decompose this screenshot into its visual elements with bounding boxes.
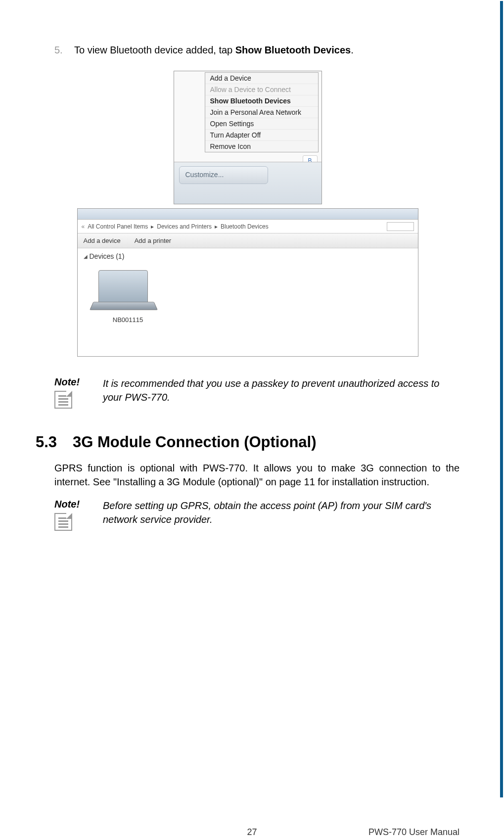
note-passkey: Note! It is recommended that you use a p…	[54, 376, 459, 409]
menu-add-device[interactable]: Add a Device	[205, 73, 318, 84]
section-number: 5.3	[36, 433, 73, 451]
note-icon	[54, 391, 72, 409]
add-device-button[interactable]: Add a device	[84, 237, 121, 244]
device-item[interactable]: NB001115	[98, 270, 158, 324]
menu-allow-device: Allow a Device to Connect	[205, 84, 318, 95]
menu-join-pan[interactable]: Join a Personal Area Network	[205, 106, 318, 118]
menu-open-settings[interactable]: Open Settings	[205, 118, 318, 129]
add-printer-button[interactable]: Add a printer	[135, 237, 171, 244]
collapse-triangle-icon: ◢	[84, 254, 88, 259]
page-content: 5. To view Bluetooth device added, tap S…	[0, 0, 504, 531]
search-input[interactable]	[387, 222, 414, 231]
note-label: Note!	[54, 499, 94, 510]
breadcrumb-bullet: «	[82, 223, 85, 230]
note-text: It is recommended that you use a passkey…	[103, 376, 459, 409]
bluetooth-devices-window-screenshot: « All Control Panel Items ▸ Devices and …	[77, 208, 418, 357]
breadcrumb-3[interactable]: Bluetooth Devices	[221, 223, 269, 230]
step-number: 5.	[54, 45, 74, 56]
customize-button[interactable]: Customize...	[179, 166, 268, 184]
note-label: Note!	[54, 376, 94, 388]
note-label-col: Note!	[54, 499, 94, 531]
devices-group-label: Devices (1)	[90, 252, 125, 260]
step-text-after: .	[351, 45, 354, 55]
page-right-border	[500, 1, 503, 797]
devices-area: ◢ Devices (1) NB001115	[78, 248, 418, 356]
breadcrumb-1[interactable]: All Control Panel Items	[88, 223, 148, 230]
laptop-keyboard	[90, 302, 158, 310]
note-icon	[54, 513, 72, 531]
menu-turn-adapter-off[interactable]: Turn Adapter Off	[205, 129, 318, 140]
section-title: 3G Module Connection (Optional)	[73, 433, 317, 451]
breadcrumb-2[interactable]: Devices and Printers	[157, 223, 212, 230]
section-heading: 5.3 3G Module Connection (Optional)	[36, 433, 459, 451]
window-titlebar	[78, 209, 418, 220]
step-text-before: To view Bluetooth device added, tap	[74, 45, 235, 55]
taskbar-tray: Customize...	[174, 162, 321, 204]
step-text-bold: Show Bluetooth Devices	[235, 45, 351, 55]
laptop-icon	[98, 270, 148, 307]
note-label-col: Note!	[54, 376, 94, 409]
note-gprs: Note! Before setting up GPRS, obtain the…	[54, 499, 459, 531]
breadcrumb-sep: ▸	[215, 223, 218, 230]
step-5: 5. To view Bluetooth device added, tap S…	[54, 45, 459, 56]
window-toolbar: Add a device Add a printer	[78, 233, 418, 248]
devices-group-header[interactable]: ◢ Devices (1)	[84, 252, 412, 260]
section-body: GPRS function is optional with PWS-770. …	[54, 461, 459, 489]
step-text: To view Bluetooth device added, tap Show…	[74, 45, 459, 56]
breadcrumb-sep: ▸	[151, 223, 154, 230]
footer-document-title: PWS-770 User Manual	[368, 827, 459, 837]
device-name: NB001115	[98, 316, 158, 324]
menu-remove-icon[interactable]: Remove Icon	[205, 140, 318, 152]
page-number: 27	[247, 827, 257, 837]
bluetooth-context-menu: Add a Device Allow a Device to Connect S…	[205, 72, 319, 152]
menu-show-bluetooth[interactable]: Show Bluetooth Devices	[205, 95, 318, 106]
bluetooth-context-menu-screenshot: Add a Device Allow a Device to Connect S…	[174, 71, 322, 204]
address-bar[interactable]: « All Control Panel Items ▸ Devices and …	[78, 220, 418, 233]
note-text: Before setting up GPRS, obtain the acces…	[103, 499, 459, 531]
